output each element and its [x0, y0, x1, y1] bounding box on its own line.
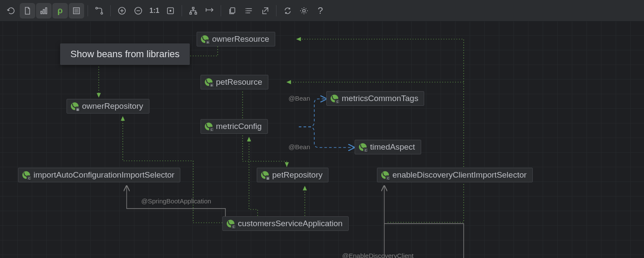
fit-screen-icon[interactable] — [163, 3, 178, 18]
bean-icon: c — [205, 123, 213, 130]
node-customers-service-application[interactable]: c customersServiceApplication — [222, 216, 349, 231]
node-pet-resource[interactable]: ⊕ petResource — [200, 75, 268, 89]
toolbar-divider — [276, 5, 276, 16]
list-icon[interactable] — [241, 3, 256, 18]
edge-label-discovery: @EnableDiscoveryClient — [342, 252, 413, 258]
export-icon[interactable] — [257, 3, 273, 18]
layout-tree-icon[interactable] — [185, 3, 201, 18]
node-label: petRepository — [272, 170, 322, 180]
settings-gear-icon[interactable] — [296, 3, 312, 18]
svg-rect-2 — [46, 8, 47, 14]
sync-icon[interactable] — [280, 3, 295, 18]
node-label: metricsCommonTags — [342, 94, 418, 103]
bean-icon: c — [359, 143, 367, 151]
svg-rect-13 — [195, 12, 197, 14]
svg-point-6 — [101, 12, 103, 14]
spring-profile-icon[interactable]: ρ — [52, 3, 68, 18]
path-icon[interactable] — [91, 3, 107, 18]
edge-label-bean: @Bean — [289, 95, 310, 102]
copy-icon[interactable] — [225, 3, 240, 18]
toolbar-divider — [182, 5, 182, 16]
bean-icon: c — [22, 171, 30, 179]
align-icon[interactable] — [202, 3, 217, 18]
tooltip-text: Show beans from libraries — [70, 49, 179, 59]
node-enable-discovery-client-selector[interactable]: c enableDiscoveryClientImportSelector — [377, 168, 533, 182]
svg-point-10 — [170, 10, 171, 11]
bean-icon: ▦ — [261, 171, 269, 179]
file-view-icon[interactable] — [20, 3, 35, 18]
node-label: customersServiceApplication — [238, 219, 343, 228]
svg-rect-4 — [75, 9, 78, 12]
svg-rect-0 — [41, 11, 42, 14]
selection-frame-icon[interactable] — [69, 3, 84, 18]
node-label: metricConfig — [216, 122, 262, 131]
svg-rect-1 — [43, 9, 45, 14]
node-owner-resource[interactable]: ⊕ ownerResource — [197, 32, 275, 46]
view-mode-group: ρ — [20, 3, 84, 18]
zoom-in-icon[interactable] — [114, 3, 130, 18]
node-metrics-common-tags[interactable]: c metricsCommonTags — [326, 91, 424, 106]
toolbar-divider — [110, 5, 111, 16]
refresh-diagram-icon[interactable] — [3, 3, 19, 18]
help-icon[interactable]: ? — [313, 3, 328, 18]
toolbar-divider — [88, 5, 88, 16]
node-label: ownerResource — [212, 34, 269, 44]
node-owner-repository[interactable]: ▦ ownerRepository — [67, 99, 149, 114]
bean-icon: ⊕ — [205, 78, 213, 86]
node-label: ownerRepository — [82, 101, 143, 111]
toolbar-divider — [221, 5, 221, 16]
node-label: petResource — [216, 77, 262, 87]
edge-label-bean: @Bean — [289, 143, 310, 150]
node-label: enableDiscoveryClientImportSelector — [392, 170, 527, 180]
svg-rect-11 — [192, 7, 194, 9]
diagram-toolbar: ρ 1:1 ? — [0, 0, 644, 22]
bean-icon: ▦ — [71, 102, 79, 110]
node-pet-repository[interactable]: ▦ petRepository — [257, 168, 328, 182]
node-label: importAutoConfigurationImportSelector — [33, 170, 174, 180]
bar-chart-icon[interactable] — [36, 3, 52, 18]
bean-icon: ⊕ — [201, 35, 209, 43]
svg-rect-14 — [231, 8, 235, 13]
zoom-out-icon[interactable] — [131, 3, 146, 18]
diagram-canvas[interactable]: ⊕ ownerResource ⊕ petResource ▦ ownerRep… — [0, 22, 644, 258]
node-import-auto-config-selector[interactable]: c importAutoConfigurationImportSelector — [18, 168, 180, 182]
zoom-actual-button[interactable]: 1:1 — [147, 7, 162, 15]
bean-icon: c — [331, 95, 338, 102]
svg-point-15 — [303, 9, 305, 12]
svg-rect-12 — [190, 12, 191, 14]
edge-label-springboot: @SpringBootApplication — [141, 197, 211, 205]
svg-point-5 — [96, 7, 97, 9]
tooltip: Show beans from libraries — [60, 43, 190, 65]
node-label: timedAspect — [370, 142, 415, 152]
bean-icon: c — [227, 220, 234, 227]
node-timed-aspect[interactable]: c timedAspect — [355, 140, 421, 154]
node-metric-config[interactable]: c metricConfig — [200, 119, 268, 134]
bean-icon: c — [381, 171, 389, 179]
